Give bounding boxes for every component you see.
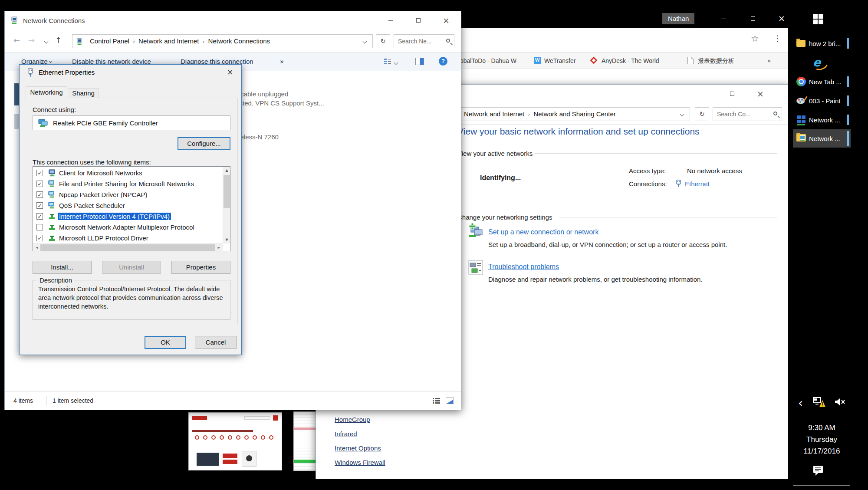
chevron-down-icon[interactable] — [394, 61, 398, 65]
taskbar-item-internet-explorer[interactable]: e — [793, 54, 851, 70]
scroll-right-icon[interactable]: ► — [215, 244, 223, 251]
scrollbar-thumb[interactable] — [224, 175, 230, 208]
browser-menu-icon[interactable]: ⋮ — [773, 33, 782, 43]
back-icon[interactable]: ← — [13, 36, 20, 45]
start-button[interactable] — [813, 14, 824, 25]
action-center-icon[interactable] — [813, 465, 823, 476]
breadcrumb-network-connections[interactable]: Network Connections — [208, 37, 270, 45]
chevron-down-icon[interactable] — [680, 112, 684, 117]
ethernet-link[interactable]: Ethernet — [685, 180, 710, 187]
list-item[interactable]: ✓ File and Printer Sharing for Microsoft… — [35, 179, 215, 190]
access-type-value: No network access — [687, 167, 742, 174]
cancel-button[interactable]: Cancel — [195, 336, 237, 349]
configure-button[interactable]: Configure... — [178, 137, 230, 150]
history-chevron-icon[interactable] — [44, 39, 49, 44]
checkbox-checked[interactable]: ✓ — [36, 181, 43, 187]
scroll-down-icon[interactable]: ▼ — [223, 236, 230, 243]
bookmarks-overflow-chevron[interactable]: » — [767, 53, 771, 69]
item-label: Internet Protocol Version 4 (TCP/IPv4) — [58, 213, 171, 220]
horizontal-scrollbar[interactable]: ◄ ► — [33, 243, 223, 251]
maximize-button[interactable] — [409, 11, 428, 30]
close-button[interactable]: × — [751, 85, 770, 103]
taskbar-item-network[interactable]: Network ... — [793, 112, 851, 128]
search-input[interactable]: Search Co... — [713, 107, 782, 121]
status-bar: 4 items 1 item selected — [5, 391, 461, 410]
ethernet-properties-dialog: Ethernet Properties × Networking Sharing… — [19, 64, 242, 355]
breadcrumb-network-and-internet[interactable]: Network and Internet — [464, 110, 524, 118]
list-item[interactable]: ✓ Client for Microsoft Networks — [35, 168, 215, 179]
scroll-up-icon[interactable]: ▲ — [223, 167, 230, 174]
maximize-button[interactable] — [743, 11, 763, 26]
connections-label: Connections: — [629, 180, 667, 187]
checkbox-checked[interactable]: ✓ — [36, 235, 43, 241]
refresh-icon[interactable]: ↻ — [695, 107, 709, 121]
up-icon[interactable]: ↑ — [55, 36, 62, 45]
taskbar-item-paint[interactable]: 003 - Paint — [793, 93, 851, 109]
maximize-button[interactable] — [723, 85, 742, 103]
checkbox-checked[interactable]: ✓ — [36, 202, 43, 209]
forward-icon[interactable]: → — [28, 36, 35, 45]
list-item[interactable]: Microsoft Network Adapter Multiplexor Pr… — [35, 222, 215, 233]
bookmark-wetransfer[interactable]: WeTransfer — [544, 53, 575, 69]
troubleshoot-icon — [468, 260, 483, 275]
scrollbar-thumb[interactable] — [40, 244, 215, 251]
close-button[interactable]: × — [437, 11, 456, 30]
minimize-button[interactable] — [714, 11, 733, 26]
breadcrumb[interactable]: Control Panel›Network and Internet›Netwo… — [72, 34, 373, 48]
network-warning-tray-icon[interactable] — [813, 397, 826, 408]
help-icon[interactable]: ? — [439, 57, 447, 66]
breadcrumb-network-and-internet[interactable]: Network and Internet — [138, 37, 199, 45]
show-hidden-icons-chevron[interactable]: ‹ — [798, 396, 803, 410]
list-item[interactable]: ✓ QoS Packet Scheduler — [35, 201, 215, 211]
chevron-down-icon[interactable] — [363, 39, 367, 44]
refresh-icon[interactable]: ↻ — [376, 34, 390, 48]
tab-sharing[interactable]: Sharing — [68, 88, 99, 98]
vertical-scrollbar[interactable]: ▲ ▼ — [223, 167, 230, 243]
uninstall-button[interactable]: Uninstall — [102, 261, 161, 274]
properties-button[interactable]: Properties — [171, 261, 230, 274]
close-button[interactable]: × — [772, 11, 791, 26]
view-options-icon[interactable] — [384, 58, 391, 65]
bookmark-star-icon[interactable]: ☆ — [751, 33, 759, 44]
connection-items-list[interactable]: ✓ Client for Microsoft Networks ✓ File a… — [33, 166, 230, 251]
troubleshoot-problems-link[interactable]: Troubleshoot problems — [488, 263, 559, 271]
list-item-selected[interactable]: ✓ Internet Protocol Version 4 (TCP/IPv4) — [35, 211, 215, 222]
bookmark-report-analysis[interactable]: 报表数据分析 — [698, 53, 734, 69]
see-also-infrared-link[interactable]: Infrared — [335, 430, 357, 437]
checkbox-unchecked[interactable] — [36, 224, 43, 230]
breadcrumb-sharing-center[interactable]: Network and Sharing Center — [533, 110, 615, 118]
search-icon — [773, 112, 777, 115]
minimize-button[interactable] — [381, 11, 400, 30]
bookmark-globaltodo[interactable]: GlobalToDo - Dahua W — [454, 53, 516, 69]
checkbox-checked[interactable]: ✓ — [36, 191, 43, 198]
see-also-windows-firewall-link[interactable]: Windows Firewall — [335, 459, 385, 466]
preview-pane-icon[interactable] — [415, 58, 424, 65]
checkbox-checked[interactable]: ✓ — [36, 213, 43, 220]
list-item[interactable]: ✓ Microsoft LLDP Protocol Driver — [35, 233, 215, 244]
dahua-support-page-thumbnail[interactable] — [188, 412, 282, 470]
list-item[interactable]: ✓ Npcap Packet Driver (NPCAP) — [35, 190, 215, 201]
search-input[interactable]: Search Ne... — [394, 34, 454, 48]
show-desktop-divider[interactable] — [793, 485, 850, 486]
install-button[interactable]: Install... — [33, 261, 92, 274]
volume-muted-icon[interactable] — [835, 398, 846, 406]
checkbox-checked[interactable]: ✓ — [36, 170, 43, 176]
setup-new-connection-link[interactable]: Set up a new connection or network — [488, 228, 598, 236]
thumbnail-camera-image — [197, 453, 219, 466]
thumbnails-view-icon[interactable] — [446, 398, 454, 404]
minimize-button[interactable] — [694, 85, 713, 103]
ok-button[interactable]: OK — [145, 336, 186, 349]
see-also-internet-options-link[interactable]: Internet Options — [335, 444, 381, 452]
see-also-homegroup-link[interactable]: HomeGroup — [335, 416, 370, 423]
bookmark-anydesk[interactable]: AnyDesk - The World — [602, 53, 659, 69]
scroll-left-icon[interactable]: ◄ — [33, 244, 40, 251]
taskbar-item-network-connections-active[interactable]: Network ... — [793, 129, 851, 148]
breadcrumb[interactable]: Network and Internet›Network and Sharing… — [457, 107, 690, 121]
details-view-icon[interactable] — [433, 398, 441, 404]
taskbar-item-how-2-bri[interactable]: how 2 bri... — [793, 36, 851, 50]
tab-networking[interactable]: Networking — [26, 86, 67, 98]
more-commands-chevron[interactable]: » — [280, 58, 284, 66]
taskbar-item-new-tab[interactable]: New Tab ... — [793, 74, 851, 89]
taskbar-clock[interactable]: 9:30 AM Thursday 11/17/2016 — [793, 422, 851, 457]
close-icon[interactable]: × — [221, 65, 239, 80]
